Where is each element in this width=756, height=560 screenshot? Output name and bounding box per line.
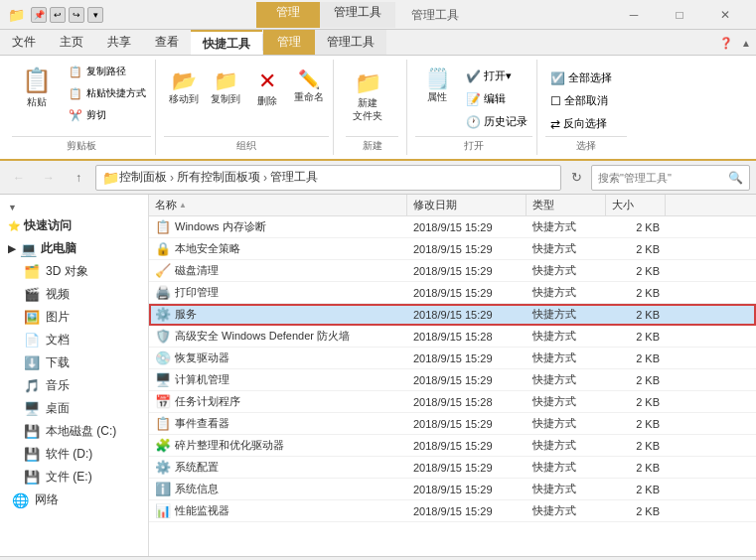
select-all-label: 全部选择 (568, 70, 612, 85)
file-icon: 🧹 (155, 263, 171, 278)
sidebar-item-3[interactable]: 📄文档 (0, 329, 148, 351)
col-header-type[interactable]: 类型 (527, 195, 606, 215)
file-row[interactable]: 📅 任务计划程序 2018/9/15 15:28 快捷方式 2 KB (149, 391, 756, 413)
this-pc-label: 此电脑 (41, 240, 76, 257)
select-none-label: 全部取消 (564, 93, 608, 108)
tab-shortcut-tools[interactable]: 快捷工具 (191, 30, 262, 55)
tab-manage-tools[interactable]: 管理工具 (320, 2, 395, 28)
delete-button[interactable]: ✕ 删除 (247, 66, 287, 111)
close-button[interactable]: ✕ (702, 0, 748, 30)
ribbon-collapse-button[interactable]: ▲ (736, 32, 756, 54)
copy-path-button[interactable]: 📋 复制路径 (64, 62, 151, 81)
file-row[interactable]: 🧩 碎片整理和优化驱动器 2018/9/15 15:29 快捷方式 2 KB (149, 435, 756, 457)
paste-button[interactable]: 📋 粘贴 (12, 62, 62, 114)
sidebar-item-0[interactable]: 🗂️3D 对象 (0, 260, 148, 283)
rename-button[interactable]: ✏️ 重命名 (289, 66, 329, 107)
file-row[interactable]: 🖥️ 计算机管理 2018/9/15 15:29 快捷方式 2 KB (149, 369, 756, 391)
file-size: 2 KB (606, 372, 666, 388)
file-row[interactable]: 🛡️ 高级安全 Windows Defender 防火墙 2018/9/15 1… (149, 326, 756, 348)
col-header-date[interactable]: 修改日期 (407, 195, 527, 215)
sidebar-item-6[interactable]: 🖥️桌面 (0, 397, 148, 420)
cut-button[interactable]: ✂️ 剪切 (64, 105, 151, 125)
crumb-3[interactable]: 管理工具 (270, 169, 318, 186)
redo-icon[interactable]: ↪ (69, 7, 84, 23)
sidebar-item-8[interactable]: 💾软件 (D:) (0, 443, 148, 466)
tab-file[interactable]: 文件 (0, 30, 48, 55)
file-list-header: 名称 ▲ 修改日期 类型 大小 (149, 195, 756, 216)
search-input[interactable] (598, 172, 724, 184)
address-bar: ← → ↑ 📁 控制面板 › 所有控制面板项 › 管理工具 ↻ 🔍 (0, 161, 756, 195)
tab-home[interactable]: 主页 (48, 30, 95, 55)
delete-icon: ✕ (258, 69, 276, 94)
refresh-button[interactable]: ↻ (565, 167, 587, 189)
file-type: 快捷方式 (527, 436, 606, 455)
col-header-name[interactable]: 名称 ▲ (149, 195, 407, 215)
file-type: 快捷方式 (527, 458, 606, 477)
file-row[interactable]: ⚙️ 服务 2018/9/15 15:29 快捷方式 2 KB (149, 304, 756, 326)
sidebar-quick-access[interactable]: ⭐ 快速访问 (0, 214, 148, 237)
select-all-button[interactable]: ☑️ 全部选择 (545, 68, 627, 88)
undo-icon[interactable]: ↩ (50, 7, 66, 23)
address-icon: 📁 (102, 170, 119, 186)
file-row[interactable]: 📋 Windows 内存诊断 2018/9/15 15:29 快捷方式 2 KB (149, 216, 756, 238)
open-button[interactable]: ✔️ 打开▾ (461, 66, 532, 86)
properties-button[interactable]: 🗒️ 属性 (415, 64, 459, 107)
file-row[interactable]: 📋 事件查看器 2018/9/15 15:29 快捷方式 2 KB (149, 413, 756, 435)
move-to-label: 移动到 (169, 92, 199, 106)
file-row[interactable]: 📊 性能监视器 2018/9/15 15:29 快捷方式 2 KB (149, 500, 756, 522)
file-row[interactable]: ℹ️ 系统信息 2018/9/15 15:29 快捷方式 2 KB (149, 479, 756, 500)
history-button[interactable]: 🕐 历史记录 (461, 111, 532, 132)
sidebar-item-4[interactable]: ⬇️下载 (0, 351, 148, 374)
sidebar-item-9[interactable]: 💾文件 (E:) (0, 466, 148, 489)
sidebar-this-pc[interactable]: ▶ 💻 此电脑 (0, 237, 148, 260)
back-button[interactable]: ← (6, 165, 32, 191)
col-header-size[interactable]: 大小 (606, 195, 666, 215)
file-row[interactable]: ⚙️ 系统配置 2018/9/15 15:29 快捷方式 2 KB (149, 457, 756, 479)
new-folder-button[interactable]: 📁 新建文件夹 (346, 66, 389, 127)
file-row[interactable]: 🔒 本地安全策略 2018/9/15 15:29 快捷方式 2 KB (149, 238, 756, 260)
file-row[interactable]: 💿 恢复驱动器 2018/9/15 15:29 快捷方式 2 KB (149, 348, 756, 369)
tab-share[interactable]: 共享 (95, 30, 143, 55)
tab-view[interactable]: 查看 (143, 30, 191, 55)
drive-label-4: 下载 (46, 354, 70, 371)
minimize-button[interactable]: ─ (611, 0, 657, 30)
tab-manage-tools-ribbon[interactable]: 管理工具 (315, 30, 386, 55)
sidebar-item-2[interactable]: 🖼️图片 (0, 306, 148, 329)
file-area: 名称 ▲ 修改日期 类型 大小 📋 Windows 内存诊断 2018/9/15… (149, 195, 756, 556)
edit-button[interactable]: 📝 编辑 (461, 88, 532, 109)
sidebar-item-1[interactable]: 🎬视频 (0, 283, 148, 306)
drive-label-7: 本地磁盘 (C:) (46, 423, 116, 440)
select-group-label: 选择 (545, 136, 627, 153)
sidebar-expand-button[interactable]: ▼ (0, 199, 148, 214)
search-box[interactable]: 🔍 (591, 165, 750, 191)
drive-icon-3: 📄 (24, 333, 40, 348)
forward-button[interactable]: → (36, 165, 62, 191)
move-to-button[interactable]: 📂 移动到 (164, 66, 204, 109)
invert-selection-button[interactable]: ⇄ 反向选择 (545, 113, 627, 134)
tab-manage[interactable]: 管理 (256, 2, 320, 28)
help-button[interactable]: ❓ (716, 32, 736, 54)
main-content: ▼ ⭐ 快速访问 ▶ 💻 此电脑 🗂️3D 对象🎬视频🖼️图片📄文档⬇️下载🎵音… (0, 195, 756, 556)
tab-manage-ribbon[interactable]: 管理 (263, 30, 315, 55)
dropdown-arrow-icon[interactable]: ▾ (87, 7, 103, 23)
sidebar-network[interactable]: 🌐 网络 (0, 489, 148, 511)
file-row[interactable]: 🖨️ 打印管理 2018/9/15 15:29 快捷方式 2 KB (149, 282, 756, 304)
copy-to-button[interactable]: 📁 复制到 (206, 66, 245, 109)
maximize-button[interactable]: □ (657, 0, 702, 30)
invert-icon: ⇄ (550, 117, 560, 131)
paste-label: 粘贴 (27, 95, 47, 109)
sidebar-item-5[interactable]: 🎵音乐 (0, 374, 148, 397)
quick-access-label: 快速访问 (24, 217, 72, 234)
paste-shortcut-button[interactable]: 📋 粘贴快捷方式 (64, 83, 151, 103)
up-button[interactable]: ↑ (66, 165, 91, 191)
crumb-1[interactable]: 控制面板 (119, 169, 167, 186)
select-none-button[interactable]: ☐ 全部取消 (545, 90, 627, 111)
crumb-2[interactable]: 所有控制面板项 (177, 169, 260, 186)
network-icon: 🌐 (12, 492, 29, 508)
drive-icon-5: 🎵 (24, 378, 40, 393)
file-icon: 🛡️ (155, 329, 171, 344)
drive-label-1: 视频 (46, 286, 70, 303)
address-path[interactable]: 📁 控制面板 › 所有控制面板项 › 管理工具 (95, 165, 561, 191)
sidebar-item-7[interactable]: 💾本地磁盘 (C:) (0, 420, 148, 443)
file-row[interactable]: 🧹 磁盘清理 2018/9/15 15:29 快捷方式 2 KB (149, 260, 756, 282)
